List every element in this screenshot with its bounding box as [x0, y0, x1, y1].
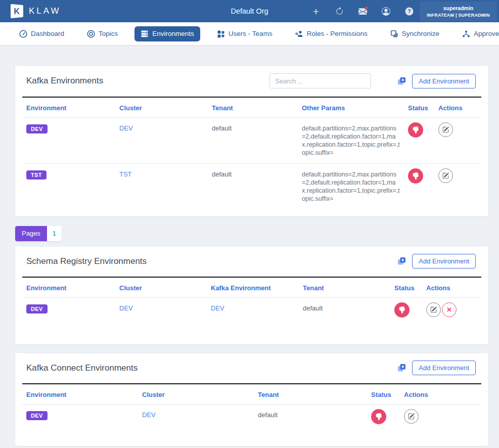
- help-icon[interactable]: ?: [402, 5, 416, 18]
- environment-badge: DEV: [26, 124, 48, 133]
- notification-dot: [365, 6, 368, 10]
- tenant-cell: default: [208, 118, 298, 164]
- tab-label: Roles - Permissions: [307, 30, 368, 37]
- tab-label: Dashboard: [31, 30, 64, 37]
- edit-icon: [442, 172, 449, 179]
- mail-icon[interactable]: [356, 5, 369, 18]
- layers-icon: [390, 30, 398, 38]
- column-header: Tenant: [208, 97, 298, 118]
- org-title: Default Org: [231, 7, 268, 15]
- thumbs-down-icon: [375, 413, 382, 420]
- column-header: Tenant: [254, 384, 367, 405]
- target-icon: [87, 30, 95, 38]
- kafka-environment-link[interactable]: DEV: [211, 304, 224, 312]
- status-button[interactable]: [408, 122, 423, 138]
- user-name: superadmin: [443, 5, 474, 11]
- kafka-environments-title: Kafka Environments: [26, 76, 269, 86]
- klaw-logo-icon: K: [10, 4, 24, 19]
- column-header: Environment: [22, 277, 115, 298]
- add-new-icon[interactable]: [397, 364, 406, 372]
- add-environment-button[interactable]: Add Environment: [412, 361, 476, 375]
- tab-label: Topics: [99, 30, 118, 37]
- server-icon: [141, 30, 149, 38]
- status-button[interactable]: [371, 409, 386, 424]
- column-header: Environment: [22, 384, 138, 405]
- tab-topics[interactable]: Topics: [81, 26, 124, 41]
- refresh-icon[interactable]: [333, 5, 346, 18]
- tab-label: Synchronize: [402, 30, 439, 37]
- user-team-role: INFRATEAM | SUPERADMIN: [427, 13, 490, 18]
- column-header: Status: [367, 384, 400, 405]
- cluster-link[interactable]: TST: [119, 170, 132, 178]
- svg-text:K: K: [14, 7, 20, 16]
- user-menu[interactable]: superadmin INFRATEAM | SUPERADMIN: [420, 2, 497, 21]
- person-key-icon: [295, 30, 303, 38]
- column-header: Actions: [400, 384, 481, 405]
- column-header: Status: [404, 97, 434, 118]
- column-header: Other Params: [298, 97, 404, 118]
- schema-registry-table: Environment Cluster Kafka Environment Te…: [22, 277, 481, 324]
- schema-registry-environments-card: Schema Registry Environments Add Environ…: [15, 246, 488, 344]
- tab-label: Users - Teams: [229, 30, 273, 37]
- tenant-cell: default: [208, 164, 298, 210]
- edit-button[interactable]: [404, 409, 419, 424]
- network-icon: [462, 30, 470, 38]
- thumbs-down-icon: [398, 306, 405, 313]
- tab-label: Environments: [152, 30, 194, 37]
- page-number-button[interactable]: 1: [47, 226, 62, 241]
- tab-approve[interactable]: Approve: [456, 26, 499, 41]
- table-row: TST TST default default.partitions=2,max…: [22, 164, 481, 210]
- kafka-connect-table: Environment Cluster Tenant Status Action…: [22, 383, 481, 431]
- user-icon[interactable]: [379, 5, 392, 18]
- column-header: Status: [390, 277, 422, 298]
- tenant-cell: default: [299, 298, 390, 325]
- add-new-icon[interactable]: [397, 77, 406, 85]
- svg-text:?: ?: [407, 8, 411, 14]
- search-input[interactable]: [269, 73, 371, 88]
- grid-icon: [217, 30, 225, 38]
- column-header: Cluster: [115, 277, 207, 298]
- schema-registry-title: Schema Registry Environments: [26, 256, 397, 266]
- environment-badge: TST: [26, 170, 47, 180]
- environment-badge: DEV: [26, 411, 48, 420]
- thumbs-down-icon: [412, 126, 419, 133]
- tab-roles-permissions[interactable]: Roles - Permissions: [289, 26, 374, 41]
- brand-name: KLAW: [29, 6, 61, 16]
- table-row: DEV DEV default: [22, 405, 481, 431]
- edit-button[interactable]: [426, 302, 441, 317]
- tab-synchronize[interactable]: Synchronize: [384, 26, 445, 41]
- pagination: Pages 1: [15, 226, 62, 241]
- column-header: Actions: [422, 277, 481, 298]
- column-header: Actions: [434, 97, 481, 118]
- plus-icon[interactable]: +: [309, 5, 323, 18]
- cluster-link[interactable]: DEV: [119, 304, 133, 312]
- kafka-connect-title: Kafka Connect Environments: [26, 363, 397, 373]
- tab-dashboard[interactable]: Dashboard: [13, 26, 70, 41]
- delete-button[interactable]: ✕: [442, 302, 457, 317]
- delete-icon: ✕: [446, 306, 452, 313]
- edit-button[interactable]: [438, 122, 453, 137]
- status-button[interactable]: [408, 168, 423, 184]
- tab-users-teams[interactable]: Users - Teams: [211, 26, 279, 41]
- environment-badge: DEV: [26, 304, 48, 313]
- add-new-icon[interactable]: [397, 257, 406, 265]
- edit-button[interactable]: [438, 168, 453, 183]
- column-header: Tenant: [299, 277, 390, 298]
- kafka-connect-environments-card: Kafka Connect Environments Add Environme…: [15, 353, 488, 446]
- cluster-link[interactable]: DEV: [119, 124, 133, 132]
- column-header: Environment: [22, 97, 115, 118]
- tenant-cell: default: [254, 405, 367, 431]
- other-params-cell: default.partitions=2,max.partitions=2,de…: [302, 124, 400, 157]
- add-environment-button[interactable]: Add Environment: [412, 254, 476, 268]
- top-navbar: K KLAW Default Org + ? superadmin INFRAT…: [0, 0, 499, 22]
- add-environment-button[interactable]: Add Environment: [412, 74, 476, 88]
- tab-environments[interactable]: Environments: [134, 26, 200, 41]
- other-params-cell: default.partitions=2,max.partitions=2,de…: [302, 170, 400, 203]
- status-button[interactable]: [394, 302, 410, 318]
- edit-icon: [442, 126, 449, 133]
- brand-logo-link[interactable]: K KLAW: [0, 4, 61, 19]
- table-row: DEV DEV DEV default ✕: [22, 298, 481, 325]
- edit-icon: [408, 413, 415, 420]
- cluster-link[interactable]: DEV: [142, 411, 156, 419]
- gauge-icon: [19, 30, 27, 38]
